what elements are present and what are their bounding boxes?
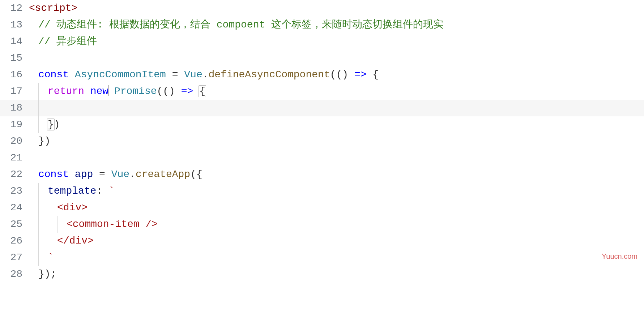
- code-token: [69, 169, 75, 180]
- line-number: 28: [0, 266, 29, 283]
- code-token: Vue: [184, 69, 202, 80]
- code-token: .: [129, 169, 136, 180]
- line-number: 22: [0, 166, 29, 183]
- code-content[interactable]: }): [29, 116, 60, 133]
- code-token: `: [108, 185, 115, 197]
- code-line[interactable]: 27`: [0, 249, 644, 266]
- code-content[interactable]: <script>: [29, 0, 77, 17]
- code-line[interactable]: 21: [0, 150, 644, 166]
- line-number: 16: [0, 66, 29, 83]
- code-line[interactable]: 14// 异步组件: [0, 33, 644, 50]
- line-number: 23: [0, 183, 29, 199]
- code-token: <script>: [29, 3, 77, 14]
- code-token: app: [75, 169, 93, 180]
- code-content[interactable]: return new Promise(() => {: [29, 83, 205, 100]
- code-line[interactable]: 20}): [0, 133, 644, 150]
- code-content[interactable]: // 动态组件: 根据数据的变化，结合 compoent 这个标签，来随时动态切…: [29, 17, 443, 33]
- line-number: 12: [0, 0, 29, 17]
- code-line[interactable]: 22const app = Vue.createApp({: [0, 166, 644, 183]
- code-line[interactable]: 18: [0, 100, 644, 116]
- code-editor[interactable]: 12<script>13// 动态组件: 根据数据的变化，结合 compoent…: [0, 0, 644, 283]
- code-line[interactable]: 13// 动态组件: 根据数据的变化，结合 compoent 这个标签，来随时动…: [0, 17, 644, 33]
- line-number: 20: [0, 133, 29, 150]
- line-number: 14: [0, 33, 29, 50]
- code-line[interactable]: 28});: [0, 266, 644, 283]
- code-token: template: [48, 185, 96, 197]
- code-token: :: [96, 185, 108, 197]
- code-token: (: [157, 86, 163, 97]
- line-number: 18: [0, 100, 29, 116]
- code-token: const: [38, 169, 69, 180]
- line-number: 26: [0, 233, 29, 249]
- watermark-label: Yuucn.com: [602, 248, 637, 264]
- code-token: Vue: [111, 169, 129, 180]
- code-token: =>: [181, 86, 193, 97]
- code-token: <div>: [57, 202, 88, 213]
- code-token: `: [48, 252, 54, 263]
- code-token: ): [54, 119, 60, 130]
- code-token: const: [38, 69, 69, 80]
- code-token: AsyncCommonItem: [75, 69, 166, 80]
- code-token: ({: [190, 169, 202, 180]
- code-token: new: [90, 86, 108, 97]
- code-token: </div>: [57, 235, 94, 246]
- code-line[interactable]: 12<script>: [0, 0, 644, 17]
- code-content[interactable]: // 异步组件: [29, 33, 97, 50]
- code-token: [84, 86, 90, 97]
- code-token: =: [166, 69, 184, 80]
- code-token: [69, 69, 75, 80]
- code-content[interactable]: });: [29, 266, 56, 283]
- code-token: });: [38, 268, 56, 280]
- code-token: }): [38, 136, 51, 147]
- line-number: 25: [0, 216, 29, 233]
- code-token: defineAsyncComponent: [209, 69, 330, 80]
- code-content[interactable]: </div>: [29, 233, 94, 249]
- code-token: =: [93, 169, 111, 180]
- code-token: .: [202, 69, 209, 80]
- code-line[interactable]: 15: [0, 50, 644, 66]
- code-token: return: [48, 86, 84, 97]
- code-token: createApp: [136, 169, 190, 180]
- code-content[interactable]: `: [29, 249, 54, 266]
- code-token: // 异步组件: [38, 36, 97, 47]
- code-line[interactable]: 25<common-item />: [0, 216, 644, 233]
- line-number: 19: [0, 116, 29, 133]
- line-number: 27: [0, 249, 29, 266]
- code-token: (: [330, 69, 336, 80]
- code-line[interactable]: 26</div>: [0, 233, 644, 249]
- code-content[interactable]: [29, 100, 48, 116]
- line-number: 17: [0, 83, 29, 100]
- code-line[interactable]: 23template: `: [0, 183, 644, 199]
- code-line[interactable]: 19}): [0, 116, 644, 133]
- line-number: 15: [0, 50, 29, 66]
- code-line[interactable]: 24<div>: [0, 199, 644, 216]
- code-token: (): [336, 69, 354, 80]
- line-number: 13: [0, 17, 29, 33]
- line-number: 21: [0, 150, 29, 166]
- line-number: 24: [0, 199, 29, 216]
- code-content[interactable]: const app = Vue.createApp({: [29, 166, 202, 183]
- code-content[interactable]: <common-item />: [29, 216, 158, 233]
- code-content[interactable]: }): [29, 133, 51, 150]
- code-token: <common-item />: [67, 219, 158, 230]
- code-token: {: [366, 69, 379, 80]
- code-line[interactable]: 16const AsyncCommonItem = Vue.defineAsyn…: [0, 66, 644, 83]
- code-content[interactable]: <div>: [29, 199, 88, 216]
- code-content[interactable]: const AsyncCommonItem = Vue.defineAsyncC…: [29, 66, 379, 83]
- code-token: =>: [354, 69, 367, 80]
- code-token: (): [163, 86, 181, 97]
- code-token: [108, 86, 114, 97]
- code-token: // 动态组件: 根据数据的变化，结合 compoent 这个标签，来随时动态切…: [38, 19, 443, 30]
- code-line[interactable]: 17return new Promise(() => {: [0, 83, 644, 100]
- code-token: Promise: [114, 86, 157, 97]
- code-token: {: [199, 85, 206, 97]
- code-token: }: [47, 119, 55, 130]
- code-content[interactable]: template: `: [29, 183, 115, 199]
- text-cursor: [108, 85, 108, 96]
